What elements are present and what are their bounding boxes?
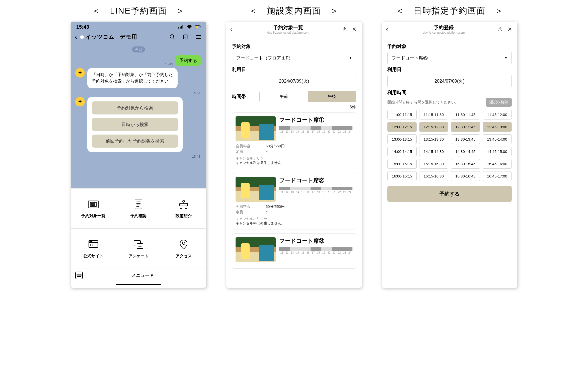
menu-toggle-bar[interactable]: ⌨ メニュー ▾: [71, 269, 206, 282]
host-label: dev-llc.connected-platform.com: [238, 31, 339, 34]
hour-labels: 1112131415161718192021222324: [279, 191, 352, 194]
menu-toggle-label: メニュー ▾: [83, 272, 202, 278]
time-slot[interactable]: 12:15-12:30: [419, 122, 449, 132]
date-select[interactable]: 2024/07/09(火): [232, 75, 356, 87]
facility-name: フードコート席③: [279, 237, 352, 245]
bot-avatar[interactable]: ✦: [75, 97, 85, 106]
fee-value: 60分/550円: [266, 204, 285, 209]
back-icon[interactable]: ‹: [230, 25, 238, 33]
fee-value: 60分/550円: [266, 144, 285, 149]
keyboard-icon[interactable]: ⌨: [75, 272, 83, 279]
menu-reservation-check[interactable]: 予約確認: [116, 189, 161, 229]
battery-icon: [195, 25, 201, 29]
menu-equipment[interactable]: 設備紹介: [161, 189, 206, 229]
target-select[interactable]: フードコート（フロア１F） ▼: [232, 52, 356, 64]
close-icon[interactable]: ✕: [351, 26, 358, 33]
time-slot[interactable]: 12:00-12:15: [387, 122, 417, 132]
target-select[interactable]: フードコート席⑥ ▼: [387, 52, 512, 64]
bot-avatar[interactable]: ✦: [75, 68, 85, 78]
timestamp: 15:43: [192, 155, 200, 158]
time-slot[interactable]: 15:30-15:45: [451, 159, 480, 169]
time-slot[interactable]: 12:30-12:45: [451, 122, 480, 132]
segment-am[interactable]: 午前: [260, 91, 308, 102]
timestamp: 15:43: [192, 91, 200, 95]
time-slot[interactable]: 11:00-11:15: [387, 110, 417, 119]
hour-labels: 1112131415161718192021222324: [279, 130, 352, 133]
time-slot[interactable]: 13:00-13:15: [387, 134, 417, 144]
back-icon[interactable]: ‹: [75, 33, 77, 41]
menu-label: 公式サイト: [83, 254, 103, 259]
time-slot-grid: 11:00-11:1511:15-11:3011:30-11:4511:45-1…: [387, 110, 512, 181]
time-slot[interactable]: 15:00-15:15: [387, 159, 417, 169]
time-slot[interactable]: 14:15-14:30: [419, 147, 449, 156]
option-search-by-date[interactable]: 日時から検索: [92, 118, 178, 131]
time-slot[interactable]: 13:30-13:45: [451, 134, 480, 144]
clear-selection-button[interactable]: 選択を解除: [486, 98, 512, 107]
share-icon[interactable]: [341, 26, 348, 33]
time-slot[interactable]: 13:45-14:00: [483, 134, 512, 144]
facility-name: フードコート席②: [279, 177, 352, 184]
notes-icon[interactable]: [182, 33, 189, 41]
search-icon[interactable]: [169, 33, 176, 41]
policy-text: キャンセル料は発生しません。: [236, 221, 352, 226]
svg-rect-2: [181, 26, 182, 29]
date-pill: 今日: [132, 46, 145, 52]
date-select[interactable]: 2024/07/09(火): [387, 75, 512, 87]
menu-icon[interactable]: [195, 33, 202, 41]
wifi-icon: [187, 25, 192, 29]
host-label: dev-llc.connected-platform.com: [393, 31, 494, 34]
close-icon[interactable]: ✕: [506, 26, 513, 33]
date-label: 利用日: [232, 66, 356, 73]
facility-card[interactable]: フードコート席① 1112131415161718192021222324 会員…: [232, 112, 356, 169]
option-search-previous[interactable]: 前回予約した予約対象を検索: [92, 135, 178, 148]
web-header: ‹ 予約対象一覧 dev-llc.connected-platform.com …: [226, 22, 362, 37]
time-slot[interactable]: 14:45-15:00: [483, 147, 512, 156]
menu-label: 設備紹介: [176, 213, 192, 219]
menu-access[interactable]: アクセス: [161, 229, 206, 269]
menu-reservation-list[interactable]: 予約対象一覧: [71, 189, 116, 229]
time-slot[interactable]: 16:15-16:30: [419, 171, 449, 181]
time-slot[interactable]: 11:15-11:30: [419, 110, 449, 119]
svg-rect-1: [180, 27, 180, 29]
svg-rect-34: [90, 244, 93, 246]
time-slot[interactable]: 14:30-14:45: [451, 147, 480, 156]
option-search-by-target[interactable]: 予約対象から検索: [92, 101, 178, 114]
svg-rect-3: [182, 25, 183, 28]
facility-thumbnail: [236, 116, 276, 141]
availability-bar: [279, 187, 352, 190]
menu-official-site[interactable]: 公式サイト: [71, 229, 116, 269]
cap-value: 4: [266, 210, 268, 215]
fee-label: 会員料金: [236, 204, 266, 209]
time-slot[interactable]: 15:15-15:30: [419, 159, 449, 169]
chevron-down-icon: ▼: [504, 56, 507, 60]
svg-rect-27: [180, 203, 188, 206]
facility-card[interactable]: フードコート席③ 1112131415161718192021222324: [232, 233, 356, 269]
user-message: 予約する: [175, 55, 202, 66]
time-slot[interactable]: 14:00-14:15: [387, 147, 417, 156]
time-slot[interactable]: 16:30-16:45: [451, 171, 480, 181]
segment-pm[interactable]: 午後: [308, 91, 356, 102]
menu-survey[interactable]: アンケート: [116, 229, 161, 269]
back-icon[interactable]: ‹: [386, 25, 393, 33]
time-slot[interactable]: 16:45-17:00: [483, 171, 512, 181]
time-slot[interactable]: 15:45-16:00: [483, 159, 512, 169]
submit-button[interactable]: 予約する: [387, 186, 512, 202]
share-icon[interactable]: [497, 26, 504, 33]
time-slot[interactable]: 11:30-11:45: [451, 110, 480, 119]
shield-icon: ◉: [80, 34, 84, 40]
time-slot[interactable]: 12:45-13:00: [483, 122, 512, 132]
timestamp: 15:43: [165, 62, 173, 66]
facility-card[interactable]: フードコート席② 1112131415161718192021222324 会員…: [232, 173, 356, 229]
fee-label: 会員料金: [236, 144, 266, 149]
time-slot[interactable]: 16:00-16:15: [387, 171, 417, 181]
svg-point-7: [170, 35, 174, 38]
time-slot[interactable]: 11:45-12:00: [483, 110, 512, 119]
time-slot[interactable]: 13:15-13:30: [419, 134, 449, 144]
svg-rect-5: [196, 26, 198, 28]
booking-body: 予約対象 フードコート席⑥ ▼ 利用日 2024/07/09(火) 利用時間 開…: [382, 37, 517, 288]
booking-screen: ‹ 予約登録 dev-llc.connected-platform.com ✕ …: [382, 22, 517, 288]
menu-label: 予約対象一覧: [81, 213, 105, 219]
rich-menu: 予約対象一覧 予約確認 設備紹介 公式サイト アンケート: [71, 188, 206, 288]
panel3-title: ＜ 日時指定予約画面 ＞: [395, 5, 504, 17]
target-label: 予約対象: [387, 43, 512, 50]
